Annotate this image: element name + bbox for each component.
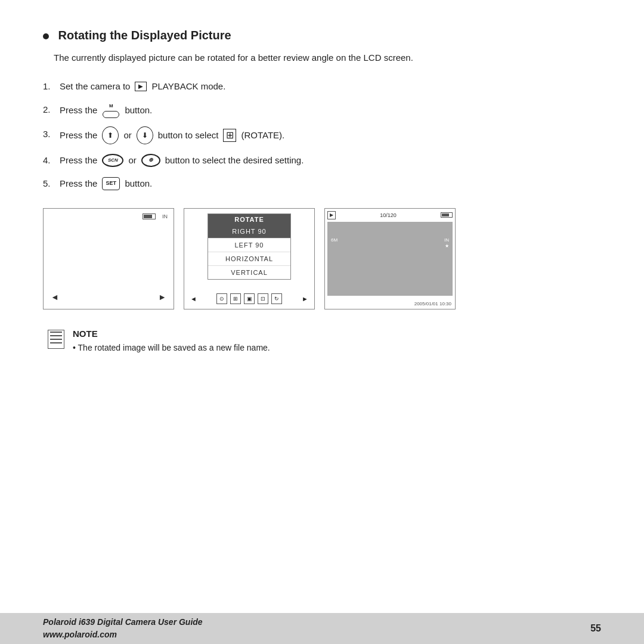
note-line-1: [50, 332, 63, 333]
step-2: 2. Press the M button.: [43, 102, 601, 118]
step-1-num: 1.: [43, 79, 60, 94]
ss3-image-area: 6M IN ★: [327, 222, 453, 296]
ss3-counter: 10/120: [380, 212, 397, 218]
note-line-2: [50, 335, 63, 336]
tb-icon-2: ⊞: [230, 293, 241, 304]
ss3-header: ▶ 10/120: [327, 211, 453, 219]
screenshot-1: IN ◄ ►: [43, 208, 174, 309]
tb-icon-5: ↻: [271, 293, 282, 304]
step-3-num: 3.: [43, 126, 60, 142]
arrow-down-icon: ⬇: [137, 126, 153, 144]
note-title: NOTE: [73, 329, 270, 339]
step-2-content: Press the M button.: [60, 102, 152, 118]
step-2-num: 2.: [43, 102, 60, 117]
ss3-inner: ▶ 10/120 6M IN ★ 2005/01/01 10:30: [325, 209, 455, 309]
screenshot-3: ▶ 10/120 6M IN ★ 2005/01/01 10:30: [324, 208, 456, 309]
bullet-icon: [43, 33, 49, 39]
footer-url: www.polaroid.com: [43, 628, 203, 641]
ss3-in-label: IN: [444, 237, 449, 243]
ss2-menu-item-left90: LEFT 90: [208, 239, 290, 252]
note-line-4: [50, 342, 63, 343]
ss2-inner: ROTATE RIGHT 90 LEFT 90 HORIZONTAL VERTI…: [184, 209, 314, 309]
screenshot-2: ROTATE RIGHT 90 LEFT 90 HORIZONTAL VERTI…: [184, 208, 315, 309]
intro-text: The currently displayed picture can be r…: [43, 51, 601, 66]
playback-icon: ▶: [135, 82, 147, 91]
ss2-toolbar-icons: ⊙ ⊞ ▣ ⊡ ↻: [216, 293, 282, 304]
set-icon: SET: [102, 177, 120, 190]
step-4-content: Press the SCN or ⊕ button to select the …: [60, 153, 304, 168]
ss3-battery: [441, 212, 453, 218]
scn2-icon: ⊕: [141, 154, 160, 167]
page: Rotating the Displayed Picture The curre…: [0, 0, 644, 644]
ss2-toolbar: ◄ ⊙ ⊞ ▣ ⊡ ↻ ►: [184, 293, 314, 304]
step-1-content: Set the camera to ▶ PLAYBACK mode.: [60, 79, 225, 94]
ss2-menu: ROTATE RIGHT 90 LEFT 90 HORIZONTAL VERTI…: [208, 213, 291, 280]
step-3-content: Press the ⬆ or ⬇ button to select (ROTAT…: [60, 126, 284, 144]
ss3-star: ★: [445, 243, 449, 249]
step-5-content: Press the SET button.: [60, 176, 152, 191]
scn-icon: SCN: [102, 154, 123, 167]
tb-icon-1: ⊙: [216, 293, 227, 304]
tb-icon-4: ⊡: [258, 293, 268, 304]
steps-list: 1. Set the camera to ▶ PLAYBACK mode. 2.…: [43, 79, 601, 191]
ss2-arrow-left: ◄: [190, 295, 197, 302]
ss2-arrow-right: ►: [302, 295, 308, 302]
rotate-grid-icon: [223, 129, 236, 142]
step-3: 3. Press the ⬆ or ⬇ button to select (RO…: [43, 126, 601, 144]
ss2-menu-item-right90: RIGHT 90: [208, 225, 290, 239]
ss3-date: 2005/01/01 10:30: [414, 301, 451, 306]
ss1-inner: IN ◄ ►: [44, 209, 174, 309]
step-1: 1. Set the camera to ▶ PLAYBACK mode.: [43, 79, 601, 94]
ss3-battery-fill: [442, 213, 449, 216]
ss3-gm-label: 6M: [331, 237, 338, 243]
footer-page-number: 55: [590, 623, 601, 634]
ss2-menu-item-horizontal: HORIZONTAL: [208, 252, 290, 266]
note-icon: [48, 330, 64, 349]
ss1-battery-fill: [144, 215, 152, 218]
step-4-num: 4.: [43, 153, 60, 168]
ss1-battery: [143, 213, 156, 219]
m-button-icon: M: [103, 102, 119, 118]
screenshots-row: IN ◄ ► ROTATE RIGHT 90 LEFT 90 HORIZONTA…: [43, 208, 601, 309]
step-5-num: 5.: [43, 176, 60, 191]
footer-title: Polaroid i639 Digital Camera User Guide: [43, 616, 203, 628]
note-content: NOTE • The rotated image will be saved a…: [73, 329, 270, 354]
arrow-up-icon: ⬆: [102, 126, 119, 144]
ss3-play-icon: ▶: [327, 211, 336, 219]
footer-left: Polaroid i639 Digital Camera User Guide …: [43, 616, 203, 641]
step-5: 5. Press the SET button.: [43, 176, 601, 191]
ss2-menu-header: ROTATE: [208, 214, 290, 225]
step-4: 4. Press the SCN or ⊕ button to select t…: [43, 153, 601, 168]
tb-icon-3: ▣: [244, 293, 255, 304]
section-title: Rotating the Displayed Picture: [43, 29, 601, 42]
note-section: NOTE • The rotated image will be saved a…: [43, 329, 601, 354]
ss1-arrow-right: ►: [158, 292, 166, 302]
ss1-arrow-left: ◄: [51, 292, 59, 302]
ss2-menu-item-vertical: VERTICAL: [208, 266, 290, 279]
note-text: • The rotated image will be saved as a n…: [73, 341, 270, 354]
note-line-3: [50, 339, 63, 340]
ss1-in-label: IN: [162, 213, 168, 219]
footer: Polaroid i639 Digital Camera User Guide …: [0, 613, 644, 644]
